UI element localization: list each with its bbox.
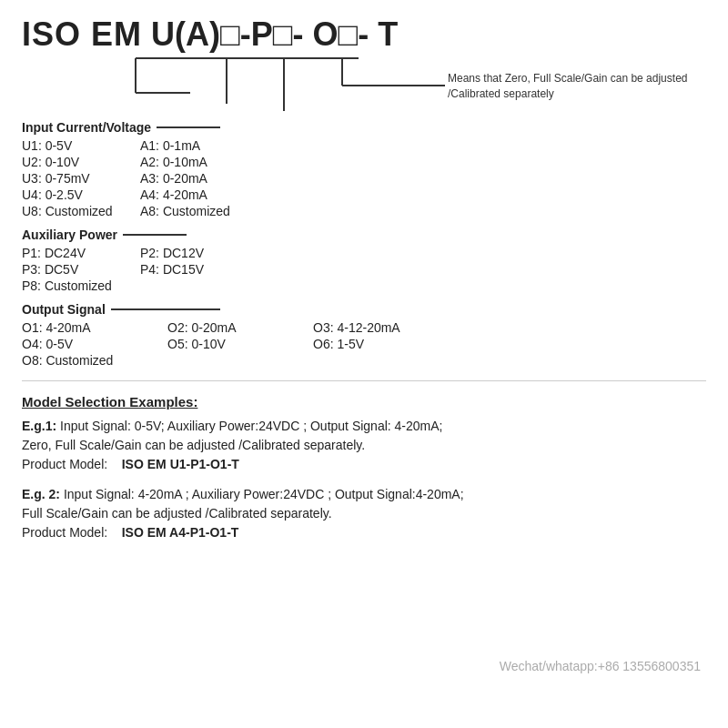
aux-grid: P1: DC24V P2: DC12V P3: DC5V P4: DC15V P… [22,246,706,293]
spacer11 [286,246,404,260]
o6-label: O6: 1-5V [313,337,495,351]
spacer13 [286,262,404,277]
input-section-label: Input Current/Voltage [22,120,706,135]
input-line-decoration [157,126,220,128]
spacer5 [286,171,404,186]
watermark: Wechat/whatapp:+86 13556800351 [500,659,701,673]
title-formula: U(A)□-P□- O□- T [151,18,398,51]
a3-label: A3: 0-20mA [140,171,286,186]
a8-label: A8: Customized [140,204,286,218]
output-line-decoration [111,308,220,310]
spacer18 [167,353,313,368]
spacer17 [404,278,550,293]
title-text: ISO EM [22,18,142,51]
example-2-product-model: ISO EM A4-P1-O1-T [122,525,239,540]
page: ISO EM U(A)□-P□- O□- T Means that Zero, … [0,0,728,728]
spacer9 [286,204,404,218]
o4-label: O4: 0-5V [22,337,167,351]
example-2-label: E.g. 2: [22,487,60,501]
model-selection-title: Model Selection Examples: [22,394,706,410]
p8-label: P8: Customized [22,278,140,293]
divider [22,380,706,381]
example-1-product: Product Model: ISO EM U1-P1-O1-T [22,455,706,474]
spacer14 [404,262,550,277]
aux-line-decoration [123,234,187,236]
spacer6 [404,171,550,186]
o5-label: O5: 0-10V [167,337,313,351]
spacer15 [140,278,286,293]
model-selection-section: Model Selection Examples: E.g.1: Input S… [22,394,706,542]
o8-label: O8: Customized [22,353,167,368]
input-current-section: Input Current/Voltage U1: 0-5V A1: 0-1mA… [22,120,706,218]
p2-label: P2: DC12V [140,246,286,260]
example-2-product-label: Product Model: [22,525,107,540]
a2-label: A2: 0-10mA [140,155,286,169]
spacer3 [286,155,404,169]
example-1-product-model: ISO EM U1-P1-O1-T [122,457,239,471]
example-1-label: E.g.1: [22,419,56,433]
o3-label: O3: 4-12-20mA [313,320,495,335]
spacer4 [404,155,550,169]
aux-power-section: Auxiliary Power P1: DC24V P2: DC12V P3: … [22,228,706,293]
input-grid: U1: 0-5V A1: 0-1mA U2: 0-10V A2: 0-10mA … [22,138,706,218]
input-section-title: Input Current/Voltage [22,120,151,135]
spacer7 [286,187,404,202]
title-row: ISO EM U(A)□-P□- O□- T [22,18,706,51]
output-section-label: Output Signal [22,302,706,317]
u2-label: U2: 0-10V [22,155,140,169]
example-1-desc2: Zero, Full Scale/Gain can be adjusted /C… [22,436,706,455]
example-2-desc1: E.g. 2: Input Signal: 4-20mA ; Auxiliary… [22,485,706,504]
example-2-desc-text: Input Signal: 4-20mA ; Auxiliary Power:2… [64,487,464,501]
example-2-product: Product Model: ISO EM A4-P1-O1-T [22,523,706,542]
example-2: E.g. 2: Input Signal: 4-20mA ; Auxiliary… [22,485,706,542]
spacer19 [313,353,495,368]
example-1-desc-text: Input Signal: 0-5V; Auxiliary Power:24VD… [60,419,442,433]
p1-label: P1: DC24V [22,246,140,260]
spacer1 [286,138,404,153]
spacer16 [286,278,404,293]
u1-label: U1: 0-5V [22,138,140,153]
a1-label: A1: 0-1mA [140,138,286,153]
output-signal-section: Output Signal O1: 4-20mA O2: 0-20mA O3: … [22,302,706,368]
example-1: E.g.1: Input Signal: 0-5V; Auxiliary Pow… [22,417,706,474]
example-1-product-label: Product Model: [22,457,107,471]
aux-section-label: Auxiliary Power [22,228,706,242]
o1-label: O1: 4-20mA [22,320,167,335]
a4-label: A4: 4-20mA [140,187,286,202]
u3-label: U3: 0-75mV [22,171,140,186]
example-2-desc2: Full Scale/Gain can be adjusted /Calibra… [22,504,706,523]
o2-label: O2: 0-20mA [167,320,313,335]
output-section-title: Output Signal [22,302,106,317]
p4-label: P4: DC15V [140,262,286,277]
spacer12 [404,246,550,260]
spacer10 [404,204,550,218]
spacer8 [404,187,550,202]
spacer2 [404,138,550,153]
bracket-diagram: Means that Zero, Full Scale/Gain can be … [22,56,706,113]
u8-label: U8: Customized [22,204,140,218]
aux-section-title: Auxiliary Power [22,228,117,242]
u4-label: U4: 0-2.5V [22,187,140,202]
right-label: Means that Zero, Full Scale/Gain can be … [448,71,706,102]
p3-label: P3: DC5V [22,262,140,277]
output-grid: O1: 4-20mA O2: 0-20mA O3: 4-12-20mA O4: … [22,320,706,368]
example-1-desc1: E.g.1: Input Signal: 0-5V; Auxiliary Pow… [22,417,706,436]
